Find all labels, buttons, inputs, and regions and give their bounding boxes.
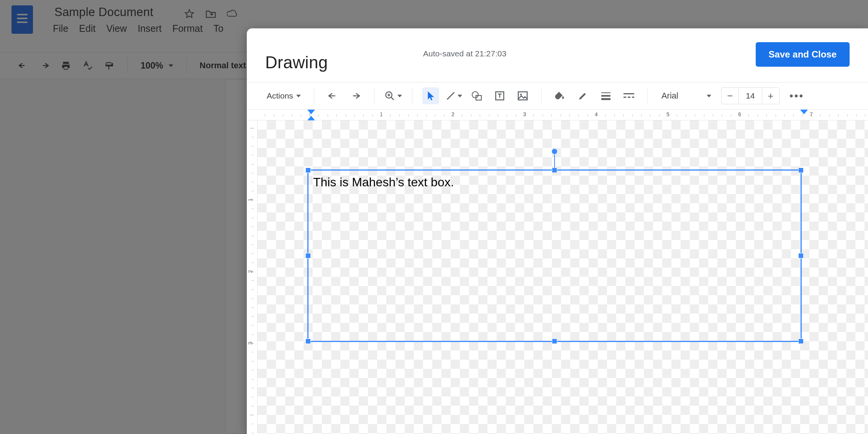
rotate-connector <box>554 152 555 168</box>
more-icon[interactable]: ••• <box>786 90 804 102</box>
line-weight-icon[interactable] <box>597 87 614 104</box>
resize-handle-tm[interactable] <box>552 168 557 173</box>
font-name: Arial <box>661 91 678 101</box>
ruler-v-num: 3 <box>247 342 253 345</box>
text-box-shape[interactable]: This is Mahesh’s text box. <box>307 169 802 342</box>
shape-tool-icon[interactable] <box>468 87 485 104</box>
font-size-decrease[interactable]: − <box>722 88 738 104</box>
resize-handle-br[interactable] <box>798 339 804 344</box>
ruler-h-num: 4 <box>595 111 598 117</box>
line-tool-icon[interactable] <box>445 87 462 104</box>
rotate-handle[interactable] <box>551 148 558 155</box>
save-and-close-button[interactable]: Save and Close <box>756 42 850 67</box>
drawing-canvas[interactable]: This is Mahesh’s text box. <box>258 120 868 434</box>
font-family-selector[interactable]: Arial <box>658 91 711 101</box>
separator <box>314 88 314 104</box>
ruler-v-num: 1 <box>247 198 253 201</box>
actions-label: Actions <box>267 91 293 100</box>
font-size-value[interactable]: 14 <box>738 88 762 104</box>
chevron-down-icon <box>458 95 462 97</box>
resize-handle-bm[interactable] <box>552 339 557 344</box>
horizontal-ruler[interactable]: 1234567 <box>247 110 868 120</box>
autosave-prefix: Auto-saved at <box>423 49 473 58</box>
separator <box>412 88 412 104</box>
svg-rect-13 <box>632 97 634 98</box>
ruler-v-num: 2 <box>247 270 253 273</box>
canvas-wrap: This is Mahesh’s text box. <box>258 120 868 434</box>
line-dash-icon[interactable] <box>620 87 637 104</box>
autosave-status: Auto-saved at 21:27:03 <box>423 49 506 58</box>
separator <box>374 88 374 104</box>
resize-handle-tr[interactable] <box>798 168 804 173</box>
ruler-h-num: 5 <box>666 111 669 117</box>
font-size-increase[interactable]: + <box>762 88 779 104</box>
drawing-dialog: Drawing Auto-saved at 21:27:03 Save and … <box>247 28 868 434</box>
ruler-h-num: 6 <box>738 111 741 117</box>
separator <box>541 88 541 104</box>
indent-marker-bottom[interactable] <box>307 116 315 120</box>
resize-handle-bl[interactable] <box>305 339 311 344</box>
select-tool-icon[interactable] <box>422 87 439 104</box>
indent-marker-right[interactable] <box>800 110 808 114</box>
ruler-h-num: 2 <box>451 111 455 117</box>
zoom-in-icon[interactable] <box>384 87 402 104</box>
text-box-content[interactable]: This is Mahesh’s text box. <box>313 175 454 189</box>
autosave-time: 21:27:03 <box>475 49 507 58</box>
ruler-h-num: 3 <box>523 111 526 117</box>
indent-marker-top[interactable] <box>307 110 315 114</box>
fill-color-icon[interactable] <box>551 87 568 104</box>
svg-rect-5 <box>518 92 527 100</box>
resize-handle-tl[interactable] <box>305 168 311 173</box>
vertical-ruler[interactable]: 123 <box>247 120 258 434</box>
actions-menu[interactable]: Actions <box>264 91 304 100</box>
svg-rect-11 <box>624 97 626 98</box>
ruler-h-num: 1 <box>380 111 383 117</box>
drawing-header: Drawing Auto-saved at 21:27:03 Save and … <box>247 28 868 82</box>
svg-rect-10 <box>624 93 634 94</box>
svg-rect-8 <box>601 95 610 97</box>
font-size-group: − 14 + <box>721 87 779 104</box>
drawing-toolbar: Actions <box>247 82 868 110</box>
redo-icon[interactable] <box>347 87 364 104</box>
chevron-down-icon <box>707 95 711 97</box>
drawing-title: Drawing <box>265 53 328 72</box>
line-color-icon[interactable] <box>574 87 591 104</box>
textbox-tool-icon[interactable] <box>491 87 508 104</box>
chevron-down-icon <box>397 95 402 97</box>
svg-rect-7 <box>601 92 610 93</box>
chevron-down-icon <box>296 95 301 97</box>
svg-rect-12 <box>628 97 630 98</box>
resize-handle-ml[interactable] <box>305 253 311 258</box>
image-tool-icon[interactable] <box>514 87 531 104</box>
ruler-h-num: 7 <box>810 111 813 117</box>
undo-icon[interactable] <box>324 87 341 104</box>
svg-point-2 <box>472 92 478 98</box>
svg-point-6 <box>520 94 522 95</box>
svg-rect-9 <box>601 98 610 100</box>
resize-handle-mr[interactable] <box>798 253 804 258</box>
separator <box>647 88 648 104</box>
drawing-body: 123 This is Mahesh’s text box. <box>247 120 868 434</box>
